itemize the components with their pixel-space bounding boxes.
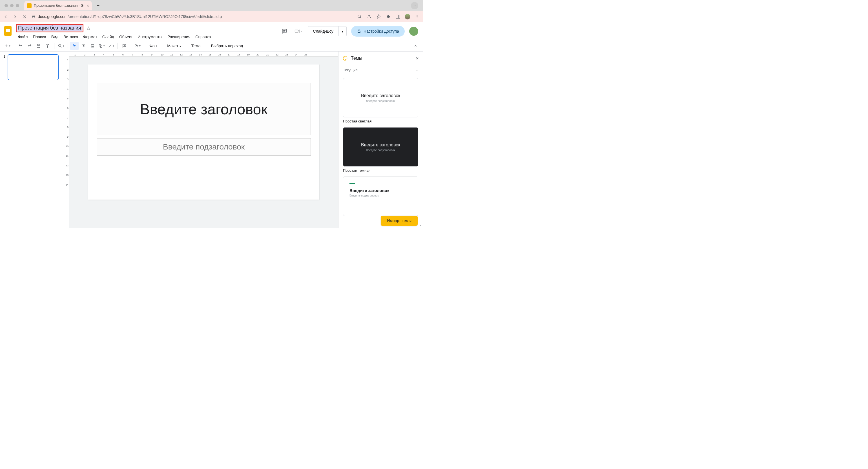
svg-point-13 — [345, 57, 345, 58]
bookmark-icon[interactable] — [376, 14, 381, 20]
theme-label: Простая темная — [343, 168, 418, 173]
slideshow-dropdown[interactable]: ▾ — [338, 27, 346, 36]
transition-button[interactable]: Выбрать переход — [208, 44, 246, 48]
menu-view[interactable]: Вид — [49, 34, 61, 40]
share-addr-icon[interactable] — [366, 14, 372, 20]
editor-viewport[interactable]: Введите заголовок Введите подзаголовок — [69, 57, 338, 228]
menu-slide[interactable]: Слайд — [100, 34, 116, 40]
slide-number: 1 — [3, 54, 5, 80]
filmstrip-slide-1[interactable]: 1 — [3, 54, 59, 80]
chevron-down-icon: ⌄ — [415, 68, 418, 72]
main-content: 1 12345678910111213141516171819202122232… — [0, 52, 423, 228]
menu-file[interactable]: Файл — [16, 34, 30, 40]
svg-point-10 — [99, 44, 101, 46]
svg-rect-8 — [91, 44, 94, 47]
new-slide-button[interactable]: ▾ — [3, 42, 11, 50]
share-button[interactable]: Настройки Доступа — [351, 26, 405, 37]
menu-object[interactable]: Объект — [117, 34, 135, 40]
line-tool[interactable]: ▾ — [106, 42, 115, 50]
canvas-area: 1234567891011121314151617181920212223242… — [62, 52, 338, 228]
select-tool[interactable] — [70, 42, 79, 50]
themes-current-label: Текущие — [343, 68, 358, 72]
theme-button[interactable]: Тема — [189, 44, 204, 48]
svg-point-3 — [417, 16, 417, 17]
url-host: docs.google.com — [38, 14, 68, 19]
zoom-icon[interactable] — [357, 14, 363, 20]
tab-close-icon[interactable]: × — [87, 3, 89, 8]
background-button[interactable]: Фон — [147, 44, 159, 48]
lock-icon — [357, 29, 361, 34]
browser-menu-icon[interactable] — [414, 14, 420, 20]
title-placeholder[interactable]: Введите заголовок — [97, 83, 311, 135]
theme-card-light[interactable]: Введите заголовокВведите подзаголовок — [343, 78, 418, 118]
doc-title[interactable]: Презентация без названия — [18, 25, 82, 31]
theme-card-stripe[interactable]: Введите заголовокВведите подзаголовок — [343, 176, 418, 216]
themes-list[interactable]: Введите заголовокВведите подзаголовокПро… — [338, 75, 423, 228]
menu-insert[interactable]: Вставка — [61, 34, 80, 40]
nav-back-button[interactable] — [3, 14, 8, 20]
minimize-window-icon[interactable] — [10, 4, 13, 7]
slide-canvas[interactable]: Введите заголовок Введите подзаголовок — [88, 64, 319, 200]
collapse-toolbar-button[interactable] — [411, 42, 420, 50]
zoom-button[interactable]: ▾ — [57, 42, 65, 50]
svg-point-6 — [59, 44, 61, 46]
tab-favicon — [27, 3, 32, 8]
tab-title: Презентация без названия - G — [34, 4, 86, 8]
slide-thumbnail[interactable] — [8, 54, 59, 80]
present-camera-icon[interactable]: ▾ — [293, 27, 303, 36]
svg-point-2 — [417, 15, 417, 16]
shape-tool[interactable]: ▾ — [97, 42, 106, 50]
maximize-window-icon[interactable] — [16, 4, 19, 7]
app-header: Презентация без названия ☆ Файл Правка В… — [0, 22, 423, 40]
menu-tools[interactable]: Инструменты — [135, 34, 164, 40]
account-avatar[interactable] — [409, 27, 418, 36]
browser-address-bar: docs.google.com/presentation/d/1-qp78zwC… — [0, 11, 423, 22]
menu-edit[interactable]: Правка — [30, 34, 48, 40]
textbox-tool[interactable] — [79, 42, 88, 50]
vertical-ruler: 1234567891011121314 — [62, 57, 69, 228]
comment-history-icon[interactable] — [280, 27, 289, 36]
url-field[interactable]: docs.google.com/presentation/d/1-qp78zwC… — [32, 14, 353, 19]
menu-help[interactable]: Справка — [193, 34, 213, 40]
themes-current-section[interactable]: Текущие ⌄ — [338, 65, 423, 75]
slide-filmstrip[interactable]: 1 — [0, 52, 62, 228]
share-label: Настройки Доступа — [364, 29, 399, 34]
print-button[interactable] — [34, 42, 43, 50]
profile-avatar-small[interactable] — [405, 14, 410, 20]
new-tab-button[interactable]: + — [94, 2, 102, 9]
redo-button[interactable] — [25, 42, 34, 50]
svg-point-12 — [344, 58, 344, 58]
browser-tab[interactable]: Презентация без названия - G × — [24, 1, 92, 10]
nav-stop-button[interactable] — [22, 14, 28, 20]
layout-button[interactable]: Макет ▾ — [164, 44, 184, 48]
menu-extensions[interactable]: Расширения — [165, 34, 192, 40]
nav-forward-button[interactable] — [12, 14, 18, 20]
tabs-overflow-button[interactable] — [411, 2, 418, 9]
browser-tab-strip: Презентация без названия - G × + — [0, 0, 423, 11]
lock-icon — [32, 14, 35, 19]
subtitle-placeholder[interactable]: Введите подзаголовок — [97, 138, 311, 156]
image-tool[interactable] — [88, 42, 97, 50]
star-button[interactable]: ☆ — [86, 25, 91, 32]
side-panel-toggle[interactable]: ‹ — [420, 223, 422, 228]
script-button[interactable]: PY▾ — [133, 42, 142, 50]
paint-format-button[interactable] — [43, 42, 52, 50]
sidepanel-icon[interactable] — [395, 14, 401, 20]
import-theme-button[interactable]: Импорт темы — [381, 215, 417, 226]
slides-logo[interactable] — [3, 26, 13, 36]
close-panel-button[interactable]: × — [416, 56, 419, 61]
menu-format[interactable]: Формат — [81, 34, 99, 40]
theme-card-dark[interactable]: Введите заголовокВведите подзаголовок — [343, 127, 418, 167]
slideshow-label: Слайд-шоу — [308, 29, 339, 34]
comment-button[interactable] — [120, 42, 128, 50]
close-window-icon[interactable] — [4, 4, 8, 7]
horizontal-ruler: 1234567891011121314151617181920212223242… — [69, 52, 338, 57]
window-controls — [4, 4, 19, 7]
slideshow-button[interactable]: Слайд-шоу ▾ — [308, 26, 347, 36]
url-path: /presentation/d/1-qp78zwChWsYUs3B1SUnl12… — [68, 14, 222, 19]
undo-button[interactable] — [17, 42, 25, 50]
toolbar: ▾ ▾ ▾ ▾ PY▾ Фон Макет ▾ Тема Выбрать пер… — [0, 40, 423, 52]
themes-panel-title: Темы — [351, 56, 362, 61]
themes-panel: Темы × Текущие ⌄ Введите заголовокВведит… — [338, 52, 423, 228]
extensions-icon[interactable] — [385, 14, 391, 20]
